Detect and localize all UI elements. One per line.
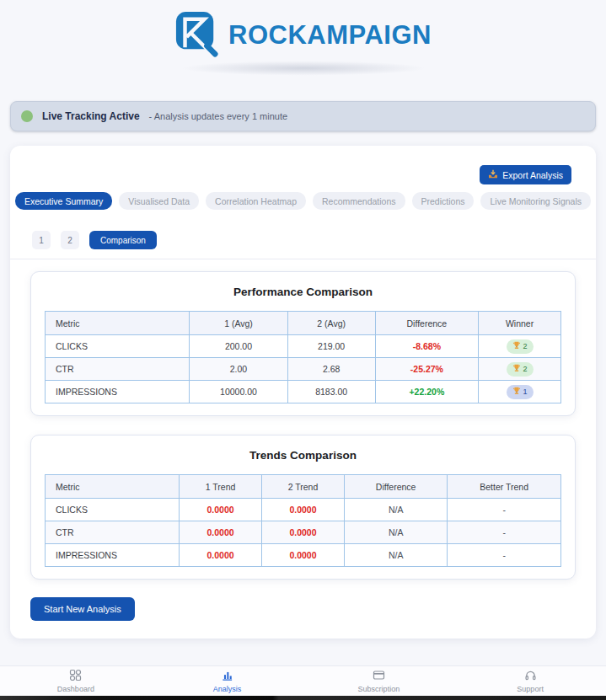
trends-table: Metric 1 Trend 2 Trend Difference Better… [45, 474, 561, 567]
subtab-2[interactable]: 2 [61, 231, 79, 249]
tab-correlation-heatmap[interactable]: Correlation Heatmap [206, 192, 306, 210]
tab-predictions[interactable]: Predictions [412, 192, 475, 210]
nav-item-analysis[interactable]: Analysis [152, 666, 303, 696]
avg2-cell: 8183.00 [287, 381, 375, 403]
metric-cell: CTR [46, 358, 190, 381]
export-analysis-button[interactable]: Export Analysis [480, 165, 571, 184]
metric-cell: CLICKS [46, 335, 190, 358]
table-row: CTR 2.00 2.68 -25.27% 2 [46, 358, 561, 381]
trend2-cell: 0.0000 [262, 544, 345, 567]
export-row: Export Analysis [10, 146, 596, 184]
headphones-icon [524, 669, 537, 683]
performance-table: Metric 1 (Avg) 2 (Avg) Difference Winner… [45, 311, 561, 403]
difference-cell: -8.68% [375, 335, 478, 358]
nav-label: Dashboard [57, 685, 94, 693]
difference-cell: N/A [344, 499, 447, 521]
subtab-comparison[interactable]: Comparison [89, 231, 157, 249]
winner-number: 2 [523, 343, 528, 350]
metric-cell: IMPRESSIONS [46, 381, 190, 403]
trends-header-row: Metric 1 Trend 2 Trend Difference Better… [46, 475, 561, 499]
table-row: CLICKS 200.00 219.00 -8.68% 2 [46, 335, 561, 358]
performance-col-difference: Difference [375, 312, 478, 335]
winner-cell: 2 [479, 358, 561, 381]
tab-live-monitoring-signals[interactable]: Live Monitoring Signals [480, 192, 591, 210]
trends-col-better: Better Trend [448, 475, 561, 499]
tab-recommendations[interactable]: Recommendations [313, 192, 405, 210]
export-button-label: Export Analysis [502, 170, 563, 180]
winner-number: 2 [523, 366, 528, 373]
bar-chart-icon [221, 669, 233, 683]
tab-visualised-data[interactable]: Visualised Data [119, 192, 199, 210]
dataset-subtabs: 1 2 Comparison [10, 210, 596, 259]
nav-item-subscription[interactable]: Subscription [303, 666, 455, 696]
tab-executive-summary[interactable]: Executive Summary [15, 192, 112, 210]
winner-badge: 2 [507, 339, 534, 354]
performance-col-winner: Winner [479, 312, 561, 335]
performance-header-row: Metric 1 (Avg) 2 (Avg) Difference Winner [46, 312, 561, 335]
trend1-cell: 0.0000 [180, 499, 262, 521]
difference-cell: +22.20% [375, 381, 478, 403]
main-tabs: Executive Summary Visualised Data Correl… [10, 192, 596, 210]
nav-label: Support [517, 685, 544, 693]
winner-badge: 2 [507, 362, 534, 377]
trend2-cell: 0.0000 [262, 521, 345, 544]
metric-cell: IMPRESSIONS [46, 544, 180, 567]
avg1-cell: 10000.00 [190, 381, 287, 403]
avg2-cell: 219.00 [287, 335, 375, 358]
winner-number: 1 [523, 388, 528, 396]
winner-badge: 1 [507, 385, 534, 399]
device-home-bar [0, 696, 606, 700]
status-dot-icon [21, 110, 33, 122]
banner-detail-text: - Analysis updates every 1 minute [149, 111, 287, 121]
avg2-cell: 2.68 [287, 358, 375, 381]
table-row: CTR 0.0000 0.0000 N/A - [46, 521, 561, 544]
difference-cell: -25.27% [375, 358, 478, 381]
live-tracking-banner: Live Tracking Active - Analysis updates … [10, 101, 596, 131]
trend1-cell: 0.0000 [180, 544, 262, 567]
trends-col-metric: Metric [46, 475, 180, 499]
header-logo: ROCKAMPAIGN [0, 0, 606, 61]
nav-label: Analysis [213, 685, 242, 693]
performance-comparison-panel: Performance Comparison Metric 1 (Avg) 2 … [30, 271, 576, 416]
better-trend-cell: - [448, 544, 561, 567]
winner-cell: 2 [479, 335, 561, 358]
table-row: CLICKS 0.0000 0.0000 N/A - [46, 499, 561, 521]
trends-panel-title: Trends Comparison [45, 449, 561, 462]
performance-col-avg1: 1 (Avg) [190, 312, 287, 335]
better-trend-cell: - [448, 521, 561, 544]
table-row: IMPRESSIONS 10000.00 8183.00 +22.20% 1 [46, 381, 561, 403]
start-new-analysis-button[interactable]: Start New Analysis [30, 597, 135, 621]
performance-col-metric: Metric [46, 312, 190, 335]
trends-col-trend1: 1 Trend [180, 475, 262, 499]
metric-cell: CTR [46, 521, 180, 544]
nav-item-dashboard[interactable]: Dashboard [0, 666, 152, 696]
bottom-nav: Dashboard Analysis Subscription [0, 665, 606, 696]
credit-card-icon [373, 669, 385, 683]
subtab-1[interactable]: 1 [32, 231, 51, 249]
avg1-cell: 2.00 [190, 358, 287, 381]
grid-icon [69, 669, 82, 683]
trends-col-trend2: 2 Trend [262, 475, 345, 499]
brand-logo-icon [174, 10, 218, 61]
analysis-card: Export Analysis Executive Summary Visual… [10, 146, 596, 639]
avg1-cell: 200.00 [190, 335, 287, 358]
trend1-cell: 0.0000 [180, 521, 262, 544]
banner-status-text: Live Tracking Active [42, 110, 140, 122]
trophy-icon [512, 341, 521, 351]
difference-cell: N/A [344, 521, 447, 544]
winner-cell: 1 [479, 381, 561, 403]
better-trend-cell: - [448, 499, 561, 521]
trends-comparison-panel: Trends Comparison Metric 1 Trend 2 Trend… [30, 435, 576, 580]
metric-cell: CLICKS [46, 499, 180, 521]
trends-col-difference: Difference [344, 475, 447, 499]
brand-name: ROCKAMPAIGN [228, 20, 432, 51]
trend2-cell: 0.0000 [262, 499, 345, 521]
difference-cell: N/A [344, 544, 447, 567]
trophy-icon [512, 364, 521, 374]
export-icon [488, 169, 498, 181]
nav-item-support[interactable]: Support [454, 666, 606, 696]
trophy-icon [512, 387, 521, 397]
performance-panel-title: Performance Comparison [45, 286, 561, 298]
table-row: IMPRESSIONS 0.0000 0.0000 N/A - [46, 544, 561, 567]
logo-shadow [177, 61, 430, 76]
